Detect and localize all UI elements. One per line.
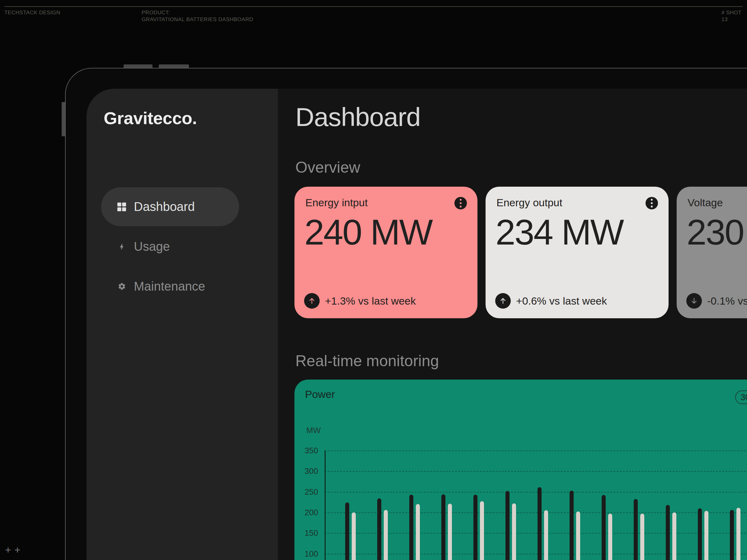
gridline: [325, 533, 747, 534]
shot-number: 13: [721, 17, 728, 22]
kebab-menu-button[interactable]: [646, 197, 658, 209]
y-tick-label: 150: [296, 528, 318, 538]
studio-label: TECHSTACK DESIGN: [4, 9, 60, 16]
trend-row: +0.6% vs last week: [495, 293, 607, 309]
sidebar-nav: Dashboard Usage Maintenance: [101, 187, 239, 306]
chart-bar: [480, 501, 484, 560]
chart-bar: [377, 499, 381, 560]
chart-bar: [570, 490, 574, 560]
page-title: Dashboard: [295, 102, 420, 132]
chart-bar: [602, 495, 606, 560]
kebab-dot: [460, 202, 462, 204]
sidebar-item-label: Dashboard: [134, 200, 195, 214]
section-monitoring: Real-time monitoring: [295, 352, 439, 370]
power-chart-plot: 350300250200150100: [294, 379, 747, 560]
power-chart-card: 350300250200150100 Power MW 30: [294, 379, 747, 560]
y-axis-line: [325, 451, 326, 560]
y-tick-label: 250: [296, 487, 318, 497]
product-prefix: PRODUCT:: [141, 10, 170, 16]
tablet-top-button-1: [124, 64, 153, 68]
gridline: [325, 512, 747, 513]
card-title: Energy intput: [305, 196, 367, 209]
range-pill-label: 30: [741, 392, 747, 402]
bolt-icon: [117, 242, 126, 251]
grid-icon: [117, 203, 126, 211]
gridline: [325, 492, 747, 492]
chart-bar: [352, 512, 356, 560]
card-value: 234 MW: [495, 212, 623, 252]
trend-text: -0.1% vs last week: [707, 295, 747, 307]
kebab-dot: [651, 199, 653, 201]
card-energy-output: Energy output 234 MW +0.6% vs last week: [486, 187, 669, 318]
chart-bar: [737, 508, 741, 560]
chart-bar: [672, 512, 676, 560]
sidebar-item-usage[interactable]: Usage: [101, 227, 239, 266]
chart-bar: [576, 511, 580, 560]
chart-bar: [409, 495, 413, 560]
sidebar-item-dashboard[interactable]: Dashboard: [101, 187, 239, 226]
card-title: Voltage: [688, 196, 723, 209]
chart-bar: [441, 495, 445, 560]
power-chart-title: Power: [305, 388, 335, 400]
section-overview: Overview: [295, 158, 360, 177]
chart-bar: [730, 510, 734, 560]
kebab-dot: [651, 202, 653, 204]
y-tick-label: 200: [296, 508, 318, 517]
trend-text: +0.6% vs last week: [516, 295, 607, 307]
chart-bar: [345, 502, 349, 560]
chart-bar: [634, 499, 638, 560]
sidebar-item-maintenance[interactable]: Maintenance: [101, 267, 239, 306]
card-voltage: Voltage 230 V -0.1% vs last week: [677, 187, 747, 318]
gridline: [325, 554, 747, 554]
product-label: PRODUCT:GRAVITATIONAL BATTERIES DASHBOAR…: [141, 9, 253, 23]
gear-icon: [117, 282, 126, 291]
sidebar-item-label: Maintenance: [134, 279, 205, 293]
chart-bar: [384, 510, 388, 560]
chart-bar: [666, 505, 670, 560]
shot-label: # SHOT13: [721, 9, 741, 23]
kebab-dot: [460, 206, 462, 208]
chart-bar: [512, 503, 516, 560]
card-value: 230 V: [687, 212, 747, 252]
trend-row: +1.3% vs last week: [304, 293, 416, 309]
chart-bar: [640, 514, 644, 560]
chart-bar: [544, 510, 548, 560]
chart-bar: [416, 504, 420, 560]
shot-prefix: # SHOT: [721, 10, 741, 16]
top-rule: [4, 6, 743, 7]
gridline: [325, 471, 747, 472]
product-name: GRAVITATIONAL BATTERIES DASHBOARD: [141, 17, 253, 22]
chart-bar: [538, 487, 542, 560]
crop-mark: +: [14, 544, 21, 556]
app-logo: Gravitecco.: [104, 108, 197, 128]
trend-down-icon: [686, 293, 702, 309]
range-selector-pill[interactable]: 30: [735, 391, 747, 404]
chart-bar: [448, 504, 452, 560]
trend-up-icon: [495, 293, 511, 309]
chart-bar: [506, 491, 510, 560]
tablet-side-button: [61, 102, 65, 136]
chart-bar: [698, 508, 702, 560]
y-axis-unit-label: MW: [306, 426, 320, 435]
chart-bar: [704, 511, 709, 560]
y-tick-label: 100: [296, 549, 318, 559]
crop-mark: +: [5, 544, 11, 556]
tablet-screen: Gravitecco. Dashboard Usage: [86, 89, 747, 560]
trend-up-icon: [304, 293, 320, 309]
stat-cards-row: Energy intput 240 MW +1.3% vs last week …: [294, 187, 747, 318]
kebab-dot: [460, 199, 462, 201]
card-value: 240 MW: [304, 212, 432, 252]
card-title: Energy output: [496, 196, 562, 209]
card-energy-input: Energy intput 240 MW +1.3% vs last week: [294, 187, 478, 318]
chart-bar: [608, 514, 612, 560]
trend-row: -0.1% vs last week: [686, 293, 747, 309]
kebab-menu-button[interactable]: [455, 197, 467, 209]
trend-text: +1.3% vs last week: [325, 295, 416, 307]
tablet-top-button-2: [159, 64, 189, 68]
y-tick-label: 300: [296, 466, 318, 476]
sidebar: Gravitecco. Dashboard Usage: [86, 89, 278, 560]
kebab-dot: [651, 206, 653, 208]
y-tick-label: 350: [296, 446, 318, 455]
chart-bar: [473, 495, 478, 560]
gridline: [325, 451, 747, 451]
